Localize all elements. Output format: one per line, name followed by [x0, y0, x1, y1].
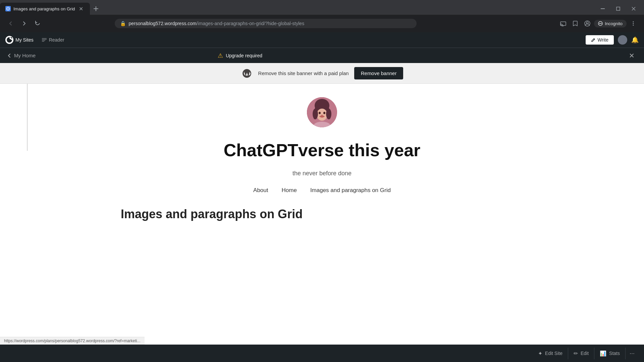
- address-bar: 🔒 personalblog572.wordpress.com/images-a…: [0, 15, 644, 32]
- my-home-label: My Home: [14, 53, 36, 58]
- upgrade-label: Upgrade required: [226, 53, 262, 58]
- nav-home-link[interactable]: Home: [282, 187, 297, 194]
- wp-admin-bar: My Sites Reader Write 🔔: [0, 32, 644, 48]
- cast-icon[interactable]: [558, 18, 569, 29]
- left-border-decoration: [27, 84, 28, 151]
- reader-link[interactable]: Reader: [42, 37, 64, 43]
- svg-rect-1: [601, 8, 605, 9]
- more-options-button[interactable]: ···: [626, 347, 639, 360]
- edit-site-button[interactable]: ✦ Edit Site: [533, 348, 568, 359]
- avatar-image: [307, 97, 337, 127]
- svg-point-18: [323, 112, 325, 114]
- svg-point-19: [320, 115, 324, 117]
- svg-point-14: [317, 109, 327, 121]
- window-controls: [595, 3, 644, 15]
- svg-point-8: [601, 23, 602, 24]
- minimize-button[interactable]: [595, 3, 610, 15]
- write-label: Write: [598, 37, 608, 43]
- status-url: https://wordpress.com/plans/personalblog…: [4, 339, 141, 343]
- page-heading: Images and paragraphs on Grid: [121, 207, 303, 221]
- back-button[interactable]: [5, 18, 16, 29]
- my-home-bar: My Home ⚠ Upgrade required ✕: [0, 48, 644, 63]
- stats-icon: 📊: [600, 350, 606, 357]
- url-bar[interactable]: 🔒 personalblog572.wordpress.com/images-a…: [115, 19, 417, 28]
- svg-point-17: [319, 112, 321, 114]
- security-icon: 🔒: [120, 21, 126, 26]
- url-text: personalblog572.wordpress.com/images-and…: [128, 21, 411, 26]
- wp-admin-right: Write 🔔: [586, 35, 639, 45]
- stats-button[interactable]: 📊 Stats: [594, 348, 626, 359]
- status-bar: https://wordpress.com/plans/personalblog…: [0, 337, 145, 345]
- active-tab[interactable]: Images and paragraphs on Grid ✕: [0, 3, 90, 15]
- bottom-bar: ✦ Edit Site ✏ Edit 📊 Stats ···: [0, 345, 644, 362]
- banner-text: Remove this site banner with a paid plan: [258, 70, 349, 76]
- tab-favicon: [5, 6, 11, 11]
- remove-banner-label: Remove banner: [361, 70, 397, 76]
- svg-point-9: [633, 21, 634, 22]
- close-window-button[interactable]: [626, 3, 641, 15]
- remove-banner-button[interactable]: Remove banner: [354, 67, 404, 79]
- forward-button[interactable]: [19, 18, 30, 29]
- stats-label: Stats: [609, 351, 620, 356]
- svg-rect-2: [616, 7, 620, 10]
- edit-site-icon: ✦: [538, 350, 542, 357]
- edit-icon: ✏: [574, 350, 578, 357]
- reader-label: Reader: [49, 37, 64, 43]
- my-home-back-button[interactable]: My Home: [7, 53, 36, 58]
- site-navigation: About Home Images and paragraphs on Grid: [253, 187, 391, 194]
- wp-my-sites[interactable]: My Sites: [5, 36, 34, 44]
- more-options-icon: ···: [630, 350, 635, 357]
- edit-site-label: Edit Site: [545, 351, 562, 356]
- site-title: ChatGPTverse this year: [224, 141, 421, 160]
- more-options-icon[interactable]: [628, 18, 639, 29]
- tab-title: Images and paragraphs on Grid: [13, 6, 75, 11]
- banner-wp-logo-icon: [241, 67, 253, 79]
- svg-point-10: [633, 23, 634, 24]
- profile-icon[interactable]: [582, 18, 593, 29]
- edit-label: Edit: [581, 351, 589, 356]
- upgrade-required-notice: ⚠ Upgrade required: [218, 52, 262, 59]
- reload-button[interactable]: [32, 18, 43, 29]
- toolbar-right: Incognito: [558, 18, 639, 29]
- incognito-indicator: Incognito: [594, 20, 627, 27]
- maximize-button[interactable]: [610, 3, 626, 15]
- tab-close-button[interactable]: ✕: [78, 5, 85, 12]
- incognito-label: Incognito: [605, 21, 623, 26]
- my-sites-label: My Sites: [15, 37, 34, 43]
- svg-point-5: [586, 22, 588, 24]
- svg-point-11: [633, 25, 634, 26]
- nav-page-link[interactable]: Images and paragraphs on Grid: [310, 187, 391, 194]
- svg-point-6: [598, 21, 602, 25]
- svg-point-7: [599, 23, 600, 24]
- edit-button[interactable]: ✏ Edit: [568, 348, 594, 359]
- user-avatar[interactable]: [618, 35, 627, 45]
- site-avatar: [307, 97, 337, 127]
- wp-logo-icon: [5, 36, 13, 44]
- notifications-icon[interactable]: 🔔: [631, 36, 639, 44]
- bookmark-icon[interactable]: [570, 18, 581, 29]
- nav-about-link[interactable]: About: [253, 187, 268, 194]
- new-tab-button[interactable]: [91, 4, 101, 13]
- browser-frame: Images and paragraphs on Grid ✕: [0, 0, 644, 32]
- site-banner: Remove this site banner with a paid plan…: [0, 63, 644, 84]
- write-button[interactable]: Write: [586, 35, 614, 45]
- main-content: ChatGPTverse this year the never before …: [0, 84, 644, 241]
- site-tagline: the never before done: [292, 170, 352, 177]
- close-upgrade-button[interactable]: ✕: [627, 50, 637, 61]
- warning-icon: ⚠: [218, 52, 223, 59]
- tab-bar: Images and paragraphs on Grid ✕: [0, 0, 644, 15]
